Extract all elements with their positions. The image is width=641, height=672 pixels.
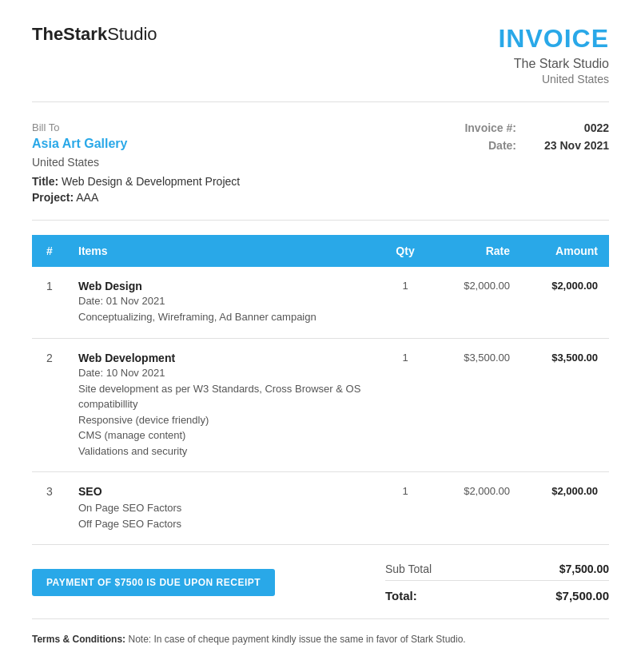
- table-header-row: # Items Qty Rate Amount: [32, 235, 609, 267]
- subtotal-row: Sub Total $7,500.00: [385, 558, 609, 580]
- row-item: Web DevelopmentDate: 10 Nov 2021Site dev…: [67, 338, 377, 472]
- row-item: SEOOn Page SEO FactorsOff Page SEO Facto…: [67, 472, 377, 545]
- col-header-num: #: [32, 235, 67, 267]
- project-value: AAA: [76, 191, 98, 204]
- row-num: 1: [32, 267, 67, 338]
- item-name: SEO: [78, 485, 366, 498]
- row-qty: 1: [377, 338, 433, 472]
- bottom-row: PAYMENT OF $7500 IS DUE UPON RECEIPT Sub…: [32, 553, 609, 607]
- logo-light: Studio: [107, 24, 157, 44]
- item-desc: Site development as per W3 Standards, Cr…: [78, 381, 366, 459]
- invoice-table: # Items Qty Rate Amount 1Web DesignDate:…: [32, 235, 609, 545]
- totals-table: Sub Total $7,500.00 Total: $7,500.00: [385, 558, 609, 607]
- payment-notice: PAYMENT OF $7500 IS DUE UPON RECEIPT: [32, 569, 275, 596]
- company-country-header: United States: [498, 73, 609, 85]
- terms-text: Note: In case of cheque payment kindly i…: [128, 634, 465, 645]
- item-desc: On Page SEO FactorsOff Page SEO Factors: [78, 500, 366, 531]
- client-name: Asia Art Gallery: [32, 137, 240, 151]
- item-name: Web Development: [78, 352, 366, 364]
- item-date: Date: 01 Nov 2021: [78, 295, 366, 307]
- total-value: $7,500.00: [555, 589, 609, 602]
- table-row: 2Web DevelopmentDate: 10 Nov 2021Site de…: [32, 338, 609, 472]
- row-item: Web DesignDate: 01 Nov 2021Conceptualizi…: [67, 267, 377, 338]
- item-name: Web Design: [78, 280, 366, 292]
- company-name-header: The Stark Studio: [498, 57, 609, 71]
- row-amount: $2,000.00: [521, 267, 609, 338]
- col-header-items: Items: [67, 235, 377, 267]
- title-value: Web Design & Development Project: [62, 175, 240, 188]
- total-row: Total: $7,500.00: [385, 580, 609, 607]
- row-rate: $2,000.00: [433, 472, 521, 545]
- row-num: 3: [32, 472, 67, 545]
- company-logo: TheStarkStudio: [32, 24, 157, 45]
- row-amount: $2,000.00: [521, 472, 609, 545]
- invoice-date-row: Date: 23 Nov 2021: [464, 139, 609, 152]
- project-row: Project: AAA: [32, 191, 240, 204]
- col-header-qty: Qty: [377, 235, 433, 267]
- logo-bold: TheStark: [32, 24, 107, 44]
- table-row: 1Web DesignDate: 01 Nov 2021Conceptualiz…: [32, 267, 609, 338]
- project-label: Project:: [32, 191, 74, 204]
- row-amount: $3,500.00: [521, 338, 609, 472]
- invoice-meta: Invoice #: 0022 Date: 23 Nov 2021: [464, 121, 609, 207]
- invoice-number-value: 0022: [529, 121, 609, 134]
- invoice-number-row: Invoice #: 0022: [464, 121, 609, 134]
- row-qty: 1: [377, 267, 433, 338]
- bill-to-label: Bill To: [32, 121, 240, 133]
- project-title-row: Title: Web Design & Development Project: [32, 175, 240, 188]
- row-qty: 1: [377, 472, 433, 545]
- col-header-rate: Rate: [433, 235, 521, 267]
- invoice-header: TheStarkStudio INVOICE The Stark Studio …: [32, 24, 609, 102]
- item-date: Date: 10 Nov 2021: [78, 367, 366, 379]
- subtotal-label: Sub Total: [385, 563, 432, 575]
- bill-section: Bill To Asia Art Gallery United States T…: [32, 102, 609, 221]
- invoice-date-label: Date:: [488, 139, 516, 152]
- row-num: 2: [32, 338, 67, 472]
- row-rate: $3,500.00: [433, 338, 521, 472]
- terms-label: Terms & Conditions:: [32, 634, 125, 645]
- row-rate: $2,000.00: [433, 267, 521, 338]
- col-header-amount: Amount: [521, 235, 609, 267]
- company-info: INVOICE The Stark Studio United States: [498, 24, 609, 85]
- bill-to-info: Bill To Asia Art Gallery United States T…: [32, 121, 240, 207]
- total-label: Total:: [385, 589, 417, 602]
- invoice-date-value: 23 Nov 2021: [529, 139, 609, 152]
- client-country: United States: [32, 156, 240, 169]
- subtotal-value: $7,500.00: [559, 563, 609, 575]
- table-row: 3SEOOn Page SEO FactorsOff Page SEO Fact…: [32, 472, 609, 545]
- title-label: Title:: [32, 175, 58, 188]
- invoice-title: INVOICE: [498, 24, 609, 54]
- item-desc: Conceptualizing, Wireframing, Ad Banner …: [78, 309, 366, 325]
- invoice-number-label: Invoice #:: [464, 121, 516, 134]
- terms-section: Terms & Conditions: Note: In case of che…: [32, 618, 609, 645]
